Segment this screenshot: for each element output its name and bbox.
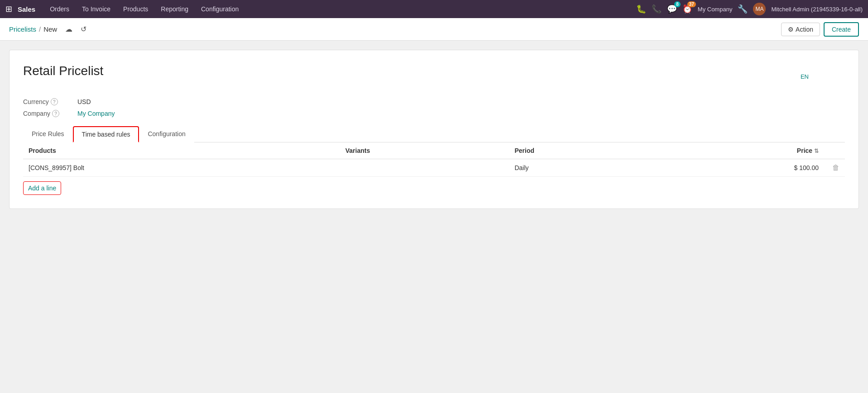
tab-time-based-rules[interactable]: Time based rules <box>73 126 139 142</box>
currency-value[interactable]: USD <box>77 98 91 105</box>
nav-icons-group: 🐛 📞 💬 8 ⏰ 37 My Company 🔧 MA Mitchell Ad… <box>636 3 863 15</box>
chat-badge: 8 <box>674 1 681 7</box>
col-products: Products <box>23 142 340 159</box>
company-value[interactable]: My Company <box>77 110 115 117</box>
delete-row-icon[interactable]: 🗑 <box>832 164 839 171</box>
header-icon-group: ☁ ↺ <box>63 23 88 35</box>
language-badge[interactable]: EN <box>801 73 809 80</box>
cloud-upload-icon[interactable]: ☁ <box>63 23 74 35</box>
nav-products[interactable]: Products <box>118 3 153 15</box>
breadcrumb-pricelists[interactable]: Pricelists <box>9 25 36 33</box>
tab-price-rules[interactable]: Price Rules <box>23 126 73 142</box>
settings-icon[interactable]: 🔧 <box>738 4 748 14</box>
time-based-rules-table: Products Variants Period Price ⇅ <box>23 142 845 177</box>
action-button[interactable]: ⚙ Action <box>781 23 820 36</box>
cell-variants[interactable] <box>340 159 509 177</box>
user-name[interactable]: Mitchell Admin (21945339-16-0-all) <box>771 6 863 13</box>
refresh-icon[interactable]: ↺ <box>79 23 88 35</box>
add-line-button[interactable]: Add a line <box>23 181 61 195</box>
cell-product[interactable]: [CONS_89957] Bolt <box>23 159 340 177</box>
cell-price[interactable]: $ 100.00 <box>655 159 824 177</box>
company-field-row: Company ? My Company <box>23 110 845 117</box>
nav-to-invoice[interactable]: To Invoice <box>77 3 116 15</box>
apps-icon[interactable]: ⊞ <box>5 4 12 14</box>
top-navigation: ⊞ Sales Orders To Invoice Products Repor… <box>0 0 868 18</box>
nav-reporting[interactable]: Reporting <box>155 3 194 15</box>
col-variants: Variants <box>340 142 509 159</box>
cell-period[interactable]: Daily <box>509 159 655 177</box>
col-period: Period <box>509 142 655 159</box>
phone-icon[interactable]: 📞 <box>652 4 662 14</box>
company-label: Company ? <box>23 110 77 117</box>
clock-icon[interactable]: ⏰ 37 <box>682 4 692 14</box>
avatar[interactable]: MA <box>753 3 766 15</box>
nav-configuration[interactable]: Configuration <box>196 3 244 15</box>
bug-icon[interactable]: 🐛 <box>636 4 646 14</box>
table-row: [CONS_89957] Bolt Daily $ 100.00 🗑 <box>23 159 845 177</box>
breadcrumb: Pricelists / New ☁ ↺ <box>9 23 781 35</box>
form-fields: Currency ? USD Company ? My Company <box>23 98 845 117</box>
create-button[interactable]: Create <box>824 22 859 37</box>
gear-icon: ⚙ <box>788 26 794 33</box>
company-name[interactable]: My Company <box>698 6 733 13</box>
tabs-bar: Price Rules Time based rules Configurati… <box>23 126 845 142</box>
form-container: Retail Pricelist EN Currency ? USD Compa… <box>9 50 859 209</box>
nav-orders[interactable]: Orders <box>44 3 75 15</box>
col-price: Price ⇅ <box>655 142 824 159</box>
breadcrumb-current: New <box>43 25 57 33</box>
currency-field-row: Currency ? USD <box>23 98 845 105</box>
app-name[interactable]: Sales <box>18 5 35 13</box>
company-help-icon[interactable]: ? <box>52 110 59 117</box>
col-actions <box>824 142 845 159</box>
form-title: Retail Pricelist <box>23 64 103 78</box>
clock-badge: 37 <box>687 1 696 7</box>
page-header: Pricelists / New ☁ ↺ ⚙ Action Create <box>0 18 868 41</box>
main-content: Retail Pricelist EN Currency ? USD Compa… <box>0 41 868 393</box>
header-actions: ⚙ Action Create <box>781 22 859 37</box>
tab-configuration[interactable]: Configuration <box>139 126 194 142</box>
breadcrumb-separator: / <box>39 25 41 33</box>
title-row: Retail Pricelist EN <box>23 64 845 89</box>
currency-help-icon[interactable]: ? <box>51 98 58 105</box>
chat-icon[interactable]: 💬 8 <box>667 4 677 14</box>
currency-label: Currency ? <box>23 98 77 105</box>
price-sort-icon[interactable]: ⇅ <box>814 148 819 154</box>
cell-delete: 🗑 <box>824 159 845 177</box>
action-label: Action <box>796 26 813 33</box>
